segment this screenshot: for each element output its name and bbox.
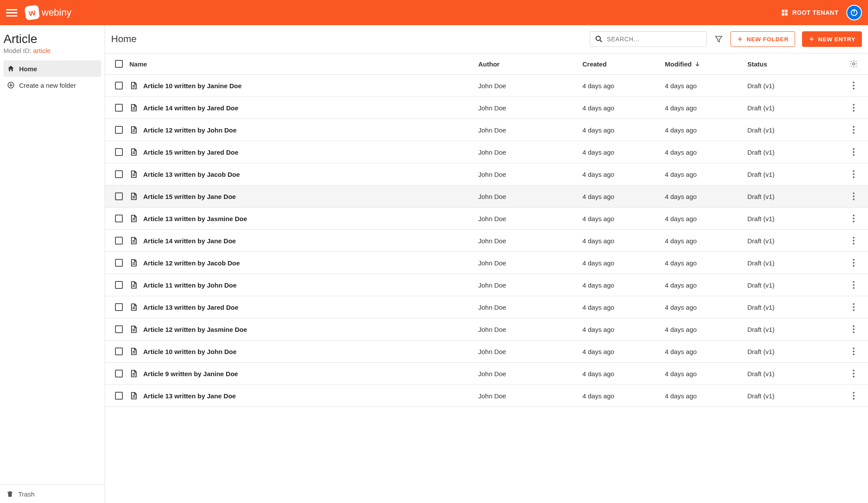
cell-status: Draft (v1)	[747, 304, 843, 311]
row-actions-icon[interactable]	[851, 213, 856, 224]
col-author[interactable]: Author	[478, 60, 582, 68]
cell-status: Draft (v1)	[747, 281, 843, 289]
row-actions-icon[interactable]	[851, 279, 856, 291]
row-name: Article 10 written by John Doe	[143, 348, 237, 355]
cell-status: Draft (v1)	[747, 259, 843, 267]
search-icon	[595, 35, 603, 43]
cell-status: Draft (v1)	[747, 82, 843, 89]
sort-down-icon	[694, 61, 700, 67]
new-entry-button[interactable]: NEW ENTRY	[802, 31, 862, 47]
table-row[interactable]: Article 14 written by Jane DoeJohn Doe4 …	[105, 230, 868, 252]
row-actions-icon[interactable]	[851, 324, 856, 335]
row-checkbox[interactable]	[115, 281, 123, 289]
tenant-switcher[interactable]: ROOT TENANT	[781, 9, 838, 17]
table-row[interactable]: Article 9 written by Janine DoeJohn Doe4…	[105, 363, 868, 385]
row-actions-icon[interactable]	[851, 301, 856, 313]
cell-created: 4 days ago	[582, 259, 665, 267]
table-row[interactable]: Article 12 written by Jacob DoeJohn Doe4…	[105, 252, 868, 274]
row-actions-icon[interactable]	[851, 124, 856, 136]
table-row[interactable]: Article 10 written by John DoeJohn Doe4 …	[105, 341, 868, 363]
row-checkbox[interactable]	[115, 148, 123, 156]
row-checkbox[interactable]	[115, 303, 123, 311]
button-label: NEW ENTRY	[818, 36, 855, 43]
table-row[interactable]: Article 10 written by Janine DoeJohn Doe…	[105, 75, 868, 97]
cell-status: Draft (v1)	[747, 215, 843, 222]
table-row[interactable]: Article 15 written by Jane DoeJohn Doe4 …	[105, 185, 868, 208]
cell-modified: 4 days ago	[665, 304, 747, 311]
row-checkbox[interactable]	[115, 392, 123, 400]
table-row[interactable]: Article 13 written by Jared DoeJohn Doe4…	[105, 296, 868, 318]
header-right: ROOT TENANT	[781, 5, 862, 20]
row-checkbox[interactable]	[115, 126, 123, 134]
row-actions-icon[interactable]	[851, 346, 856, 357]
cell-name: Article 10 written by John Doe	[129, 347, 478, 356]
document-icon	[129, 369, 138, 378]
cell-author: John Doe	[478, 348, 582, 355]
col-created[interactable]: Created	[582, 60, 665, 68]
row-checkbox[interactable]	[115, 259, 123, 267]
table-row[interactable]: Article 12 written by Jasmine DoeJohn Do…	[105, 318, 868, 341]
row-checkbox[interactable]	[115, 170, 123, 178]
cell-author: John Doe	[478, 392, 582, 400]
row-actions-icon[interactable]	[851, 368, 856, 379]
cell-modified: 4 days ago	[665, 326, 747, 333]
select-all-checkbox[interactable]	[115, 60, 123, 68]
row-checkbox[interactable]	[115, 104, 123, 112]
row-actions-icon[interactable]	[851, 191, 856, 202]
document-icon	[129, 214, 138, 223]
col-status[interactable]: Status	[747, 60, 843, 68]
row-actions-icon[interactable]	[851, 102, 856, 113]
user-avatar[interactable]	[846, 5, 862, 20]
filter-icon[interactable]	[714, 34, 723, 44]
row-actions-icon[interactable]	[851, 169, 856, 180]
header-left: w webiny	[6, 6, 71, 20]
cell-created: 4 days ago	[582, 104, 665, 112]
table-row[interactable]: Article 13 written by Jasmine DoeJohn Do…	[105, 208, 868, 230]
search-input[interactable]	[607, 36, 702, 43]
cell-created: 4 days ago	[582, 348, 665, 355]
table-settings-icon[interactable]	[849, 60, 858, 68]
row-checkbox[interactable]	[115, 215, 123, 222]
table-row[interactable]: Article 14 written by Jared DoeJohn Doe4…	[105, 97, 868, 119]
table-row[interactable]: Article 11 written by John DoeJohn Doe4 …	[105, 274, 868, 296]
row-actions-icon[interactable]	[851, 146, 856, 158]
row-actions-icon[interactable]	[851, 235, 856, 246]
row-checkbox[interactable]	[115, 192, 123, 200]
cell-name: Article 12 written by Jasmine Doe	[129, 325, 478, 334]
menu-icon[interactable]	[6, 7, 17, 18]
cell-modified: 4 days ago	[665, 126, 747, 134]
cell-author: John Doe	[478, 215, 582, 222]
row-checkbox[interactable]	[115, 82, 123, 89]
row-actions-icon[interactable]	[851, 257, 856, 268]
sidebar-item-home[interactable]: Home	[3, 60, 101, 77]
logo[interactable]: w webiny	[25, 6, 71, 20]
row-checkbox[interactable]	[115, 325, 123, 333]
breadcrumb: Home	[111, 33, 137, 45]
row-checkbox[interactable]	[115, 347, 123, 355]
sidebar-item-trash[interactable]: Trash	[0, 485, 105, 503]
cell-status: Draft (v1)	[747, 193, 843, 200]
cell-author: John Doe	[478, 304, 582, 311]
table-row[interactable]: Article 13 written by Jane DoeJohn Doe4 …	[105, 385, 868, 407]
cell-status: Draft (v1)	[747, 104, 843, 112]
row-actions-icon[interactable]	[851, 80, 856, 91]
col-modified[interactable]: Modified	[665, 60, 747, 68]
new-folder-button[interactable]: NEW FOLDER	[730, 31, 795, 47]
cell-status: Draft (v1)	[747, 126, 843, 134]
table-header: Name Author Created Modified Status	[105, 53, 868, 75]
document-icon	[129, 303, 138, 311]
row-actions-icon[interactable]	[851, 390, 856, 401]
table-row[interactable]: Article 13 written by Jacob DoeJohn Doe4…	[105, 163, 868, 185]
row-name: Article 15 written by Jane Doe	[143, 193, 236, 200]
row-checkbox[interactable]	[115, 370, 123, 377]
row-checkbox[interactable]	[115, 237, 123, 245]
col-name[interactable]: Name	[129, 60, 478, 68]
table-row[interactable]: Article 12 written by John DoeJohn Doe4 …	[105, 119, 868, 141]
document-icon	[129, 325, 138, 334]
sidebar-item-label: Create a new folder	[19, 82, 76, 89]
cell-created: 4 days ago	[582, 149, 665, 156]
cell-created: 4 days ago	[582, 171, 665, 178]
sidebar-item-create-folder[interactable]: Create a new folder	[3, 77, 101, 93]
table-row[interactable]: Article 15 written by Jared DoeJohn Doe4…	[105, 141, 868, 163]
search-box[interactable]	[590, 31, 707, 47]
